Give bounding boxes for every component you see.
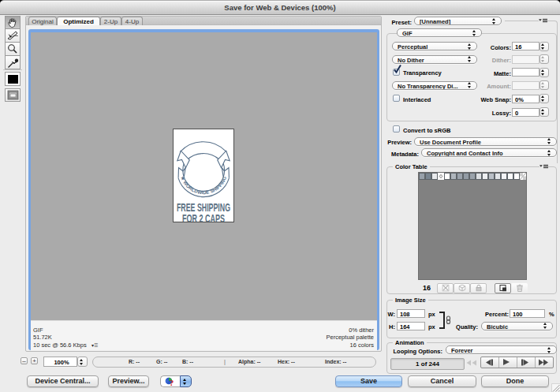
svg-text:FOR 2 CAPS: FOR 2 CAPS	[182, 211, 225, 222]
svg-text:?: ?	[170, 379, 174, 387]
svg-text:★ WORLDWIDE SHIPPING: ★ WORLDWIDE SHIPPING	[180, 175, 227, 195]
